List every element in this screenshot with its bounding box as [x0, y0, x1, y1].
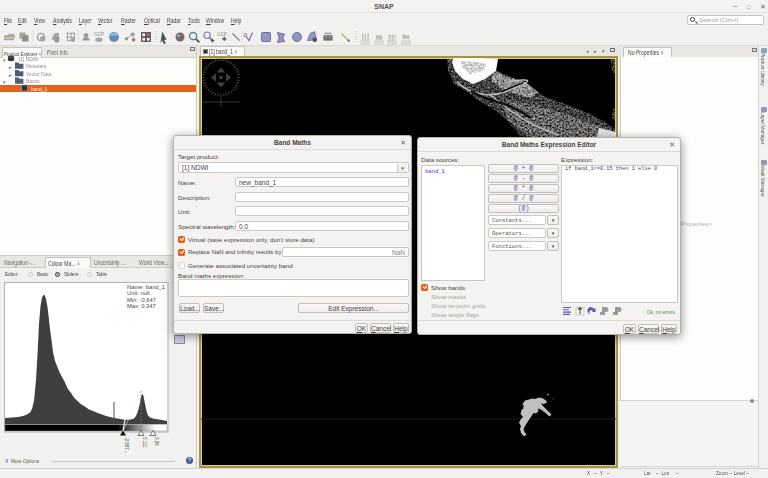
svg-text:0.111: 0.111 — [142, 437, 147, 448]
svg-text:GCP: GCP — [94, 32, 104, 37]
svg-text:-2.887...: -2.887... — [124, 437, 129, 454]
svg-text:Min: -0.647: Min: -0.647 — [127, 297, 156, 303]
svg-text:Max: 0.347: Max: 0.347 — [127, 303, 156, 309]
svg-text:Name: band_1: Name: band_1 — [127, 284, 165, 290]
svg-text:0.26: 0.26 — [154, 437, 159, 446]
svg-text:Unit: null.: Unit: null. — [127, 290, 152, 296]
svg-text:GCP: GCP — [217, 32, 227, 37]
